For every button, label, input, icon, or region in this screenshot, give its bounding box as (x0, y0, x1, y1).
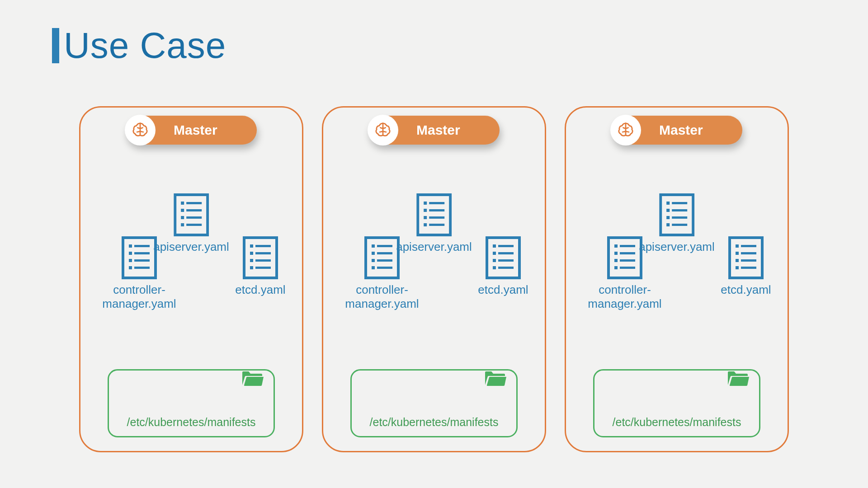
svg-rect-44 (377, 267, 392, 269)
svg-rect-60 (672, 216, 687, 219)
svg-rect-58 (672, 209, 687, 211)
list-file-icon (416, 193, 452, 236)
file-etcd: etcd.yaml (229, 236, 292, 297)
svg-rect-74 (741, 245, 756, 247)
svg-rect-41 (372, 259, 375, 262)
svg-rect-46 (493, 244, 496, 248)
svg-rect-45 (487, 238, 519, 278)
svg-rect-6 (186, 216, 202, 219)
title-text: Use Case (64, 25, 226, 66)
svg-rect-61 (666, 223, 670, 226)
master-label: Master (416, 122, 460, 138)
svg-rect-70 (614, 266, 618, 269)
file-controller-manager: controller- manager.yaml (580, 236, 670, 311)
svg-rect-36 (366, 238, 398, 278)
svg-rect-53 (498, 267, 514, 269)
master-card: Master apiserver.yaml controller- manage… (322, 106, 546, 452)
manifests-folder: /etc/kubernetes/manifests (593, 369, 760, 437)
svg-rect-38 (377, 245, 392, 247)
master-card: Master apiserver.yaml controller- manage… (565, 106, 789, 452)
svg-rect-23 (250, 259, 253, 262)
file-label: controller- manager.yaml (580, 283, 670, 311)
svg-rect-76 (741, 252, 756, 254)
svg-rect-16 (129, 266, 132, 269)
svg-rect-62 (672, 224, 687, 226)
folder-open-icon (726, 368, 749, 389)
folder-open-icon (241, 368, 264, 389)
svg-rect-15 (134, 259, 150, 262)
svg-rect-30 (424, 209, 427, 212)
svg-rect-72 (730, 238, 762, 278)
manifests-folder: /etc/kubernetes/manifests (350, 369, 518, 437)
svg-rect-34 (424, 223, 427, 226)
master-label: Master (174, 122, 217, 138)
brain-icon (125, 115, 156, 145)
svg-rect-29 (429, 202, 444, 204)
svg-rect-14 (129, 259, 132, 262)
svg-rect-27 (418, 195, 450, 235)
svg-rect-32 (424, 216, 427, 219)
svg-rect-47 (498, 245, 514, 247)
svg-rect-43 (372, 266, 375, 269)
svg-rect-80 (741, 267, 756, 269)
master-card: Master apiserver.yaml controller- manage… (79, 106, 303, 452)
files-group: apiserver.yaml controller- manager.yaml … (323, 193, 545, 343)
svg-rect-51 (498, 259, 514, 262)
slide-title: Use Case (52, 25, 226, 66)
file-controller-manager: controller- manager.yaml (94, 236, 184, 311)
svg-rect-78 (741, 259, 756, 262)
master-pill: Master (368, 116, 500, 145)
master-pill: Master (611, 116, 742, 145)
brain-icon (610, 115, 641, 145)
svg-rect-64 (614, 244, 618, 248)
svg-rect-75 (736, 252, 739, 255)
file-label: etcd.yaml (472, 283, 535, 297)
svg-rect-7 (181, 223, 184, 226)
folder-open-icon (484, 368, 506, 389)
folder-path-label: /etc/kubernetes/manifests (594, 416, 759, 429)
svg-rect-33 (429, 216, 444, 219)
svg-rect-21 (250, 252, 253, 255)
files-group: apiserver.yaml controller- manager.yaml … (566, 193, 788, 343)
manifests-folder: /etc/kubernetes/manifests (108, 369, 275, 437)
svg-rect-2 (186, 202, 202, 204)
master-pill: Master (126, 116, 257, 145)
file-etcd: etcd.yaml (714, 236, 778, 297)
svg-rect-65 (620, 245, 635, 247)
svg-rect-52 (493, 266, 496, 269)
svg-rect-42 (377, 259, 392, 262)
svg-rect-57 (666, 209, 670, 212)
svg-rect-9 (123, 238, 156, 278)
file-label: etcd.yaml (714, 283, 778, 297)
svg-rect-20 (255, 245, 271, 247)
svg-rect-66 (614, 252, 618, 255)
svg-rect-79 (736, 266, 739, 269)
svg-rect-55 (666, 202, 670, 205)
svg-rect-31 (429, 209, 444, 211)
file-label: controller- manager.yaml (337, 283, 427, 311)
svg-rect-11 (134, 245, 150, 247)
file-controller-manager: controller- manager.yaml (337, 236, 427, 311)
title-accent-bar (52, 28, 59, 63)
svg-rect-48 (493, 252, 496, 255)
svg-rect-49 (498, 252, 514, 254)
svg-rect-3 (181, 209, 184, 212)
svg-rect-26 (255, 267, 271, 269)
file-etcd: etcd.yaml (472, 236, 535, 297)
svg-rect-12 (129, 252, 132, 255)
svg-rect-5 (181, 216, 184, 219)
list-file-icon (243, 236, 278, 279)
svg-rect-13 (134, 252, 150, 254)
svg-rect-18 (244, 238, 277, 278)
svg-rect-22 (255, 252, 271, 254)
svg-rect-63 (609, 238, 641, 278)
file-label: etcd.yaml (229, 283, 292, 297)
list-file-icon (728, 236, 764, 279)
svg-rect-56 (672, 202, 687, 204)
svg-rect-24 (255, 259, 271, 262)
svg-rect-40 (377, 252, 392, 254)
list-file-icon (174, 193, 209, 236)
svg-rect-0 (175, 195, 208, 235)
svg-rect-39 (372, 252, 375, 255)
brain-icon (368, 115, 398, 145)
